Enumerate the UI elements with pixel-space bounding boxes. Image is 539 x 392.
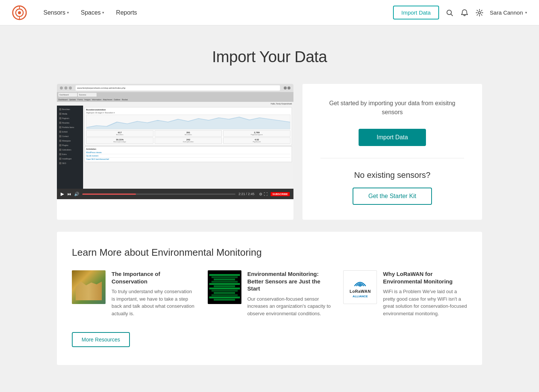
article-excerpt-3: WiFi is a Problem We've laid out a prett… <box>383 288 467 317</box>
video-time: 2:21 / 2:45 <box>238 192 255 196</box>
article-card-2: Environmental Monitoring: Better Sensors… <box>208 270 332 317</box>
nav-links: Sensors ▾ Spaces ▾ Reports <box>39 6 393 19</box>
lorawan-logo: LoRaWAN ALLIANCE <box>350 277 371 298</box>
article-image-code <box>208 270 241 304</box>
browser-dot-1 <box>60 86 63 89</box>
import-card-description: Get started by importing your data from … <box>320 99 464 117</box>
dash-sidebar: Berichten Media Pagina's Reacties Portfo… <box>57 106 83 189</box>
import-card: Get started by importing your data from … <box>302 84 482 220</box>
browser-dot-2 <box>64 86 67 89</box>
browser-tab-area <box>284 86 290 89</box>
top-section: www.ferdykorpershoek.com/wp-admin/index.… <box>57 84 482 220</box>
video-card: www.ferdykorpershoek.com/wp-admin/index.… <box>57 84 293 220</box>
browser-dot-3 <box>69 86 72 89</box>
volume-icon[interactable]: 🔊 <box>74 192 79 197</box>
search-icon[interactable] <box>445 8 454 17</box>
article-excerpt-2: Our conservation-focused sensor increase… <box>247 295 332 317</box>
import-data-button[interactable]: Import Data <box>359 129 426 146</box>
page-title: Import Your Data <box>57 48 482 66</box>
subscribe-badge[interactable]: SUBSCRIBE <box>271 192 290 196</box>
video-screenshot: www.ferdykorpershoek.com/wp-admin/index.… <box>57 84 293 189</box>
bell-icon[interactable] <box>460 8 469 17</box>
user-chevron-icon: ▾ <box>525 10 527 15</box>
article-excerpt-1: To truly understand why conservation is … <box>112 288 196 317</box>
browser-mock: www.ferdykorpershoek.com/wp-admin/index.… <box>57 84 293 189</box>
article-title-2: Environmental Monitoring: Better Sensors… <box>247 270 332 292</box>
dash-stats-row: 617 Bezoekers 291 Bezoekers 2,789 <box>86 130 290 137</box>
settings-icon[interactable]: ⚙ <box>259 192 262 196</box>
browser-url: www.ferdykorpershoek.com/wp-admin/index.… <box>76 85 280 91</box>
starter-kit-button[interactable]: Get the Starter Kit <box>353 188 432 205</box>
nav-sensors[interactable]: Sensors ▾ <box>39 6 73 19</box>
browser-bar: www.ferdykorpershoek.com/wp-admin/index.… <box>57 84 293 92</box>
video-progress-fill <box>82 194 136 195</box>
video-right-controls: ⚙ ⛶ <box>259 192 268 196</box>
dash-right-widgets: Activiteiten WordPress nieuws Op dit mom… <box>85 146 292 163</box>
svg-point-2 <box>18 11 21 14</box>
dash-main-content: Bezoekersstatistieken Afgelopen 30 dagen… <box>83 106 293 189</box>
lorawan-sub: ALLIANCE <box>353 295 368 298</box>
wp-greeting: Hallo, Ferdy Korpershoek <box>57 102 293 106</box>
article-title-1: The Importance of Conservation <box>112 270 196 285</box>
play-button[interactable]: ▶ <box>61 191 64 197</box>
article-image-ruins <box>72 270 106 304</box>
articles-grid: The Importance of Conservation To truly … <box>72 270 467 317</box>
article-info-3: Why LoRaWAN for Environmental Monitoring… <box>383 270 467 317</box>
svg-point-9 <box>359 285 361 287</box>
svg-line-6 <box>451 14 453 16</box>
video-controls[interactable]: ▶ ⏮ 🔊 2:21 / 2:45 ⚙ ⛶ SUBSCRIBE <box>57 189 293 199</box>
more-resources-button[interactable]: More Resources <box>72 332 130 347</box>
browser-toolbar: Dashboard Success <box>57 92 293 97</box>
learn-title: Learn More about Environmental Monitorin… <box>72 247 467 258</box>
article-title-3: Why LoRaWAN for Environmental Monitoring <box>383 270 467 285</box>
nav-right: Import Data Sara Cannon ▾ <box>393 6 527 19</box>
article-card-1: The Importance of Conservation To truly … <box>72 270 196 317</box>
spaces-chevron-icon: ▾ <box>102 10 104 15</box>
svg-point-5 <box>447 10 451 15</box>
wp-nav: DashboardUpdatesFormsImagesInformationAt… <box>57 97 293 102</box>
dash-stats-widget: Bezoekersstatistieken Afgelopen 30 dagen… <box>85 107 292 145</box>
fullscreen-icon[interactable]: ⛶ <box>264 192 268 196</box>
article-image-lorawan: LoRaWAN ALLIANCE <box>343 270 377 304</box>
nav-spaces[interactable]: Spaces ▾ <box>76 6 109 19</box>
nav-import-button[interactable]: Import Data <box>393 6 439 19</box>
lorawan-name: LoRaWAN <box>350 289 371 294</box>
user-menu[interactable]: Sara Cannon ▾ <box>490 9 527 16</box>
svg-point-7 <box>478 12 481 14</box>
learn-section: Learn More about Environmental Monitorin… <box>57 232 482 365</box>
no-sensors-title: No existing sensors? <box>354 170 430 180</box>
dashboard-content: Berichten Media Pagina's Reacties Portfo… <box>57 106 293 189</box>
divider <box>320 158 464 158</box>
logo[interactable] <box>12 5 27 20</box>
chart-area <box>86 115 290 130</box>
main-content: Import Your Data www.ferdykorpershoek.co… <box>45 25 494 392</box>
article-info-2: Environmental Monitoring: Better Sensors… <box>247 270 332 317</box>
article-card-3: LoRaWAN ALLIANCE Why LoRaWAN for Environ… <box>343 270 467 317</box>
nav-reports[interactable]: Reports <box>112 6 141 19</box>
navbar: Sensors ▾ Spaces ▾ Reports Import Data <box>0 0 539 25</box>
svg-marker-8 <box>86 117 290 129</box>
no-sensors-section: No existing sensors? Get the Starter Kit <box>320 170 464 205</box>
video-progress-bar[interactable] <box>82 194 235 195</box>
dash-stats-row-2: 30.31% Bouncepercentage 242 Zoekopdracht… <box>86 137 290 144</box>
logo-icon <box>12 5 27 20</box>
article-info-1: The Importance of Conservation To truly … <box>112 270 196 317</box>
sensors-chevron-icon: ▾ <box>67 10 69 15</box>
gear-icon[interactable] <box>475 8 484 17</box>
skip-back-icon[interactable]: ⏮ <box>67 192 71 196</box>
